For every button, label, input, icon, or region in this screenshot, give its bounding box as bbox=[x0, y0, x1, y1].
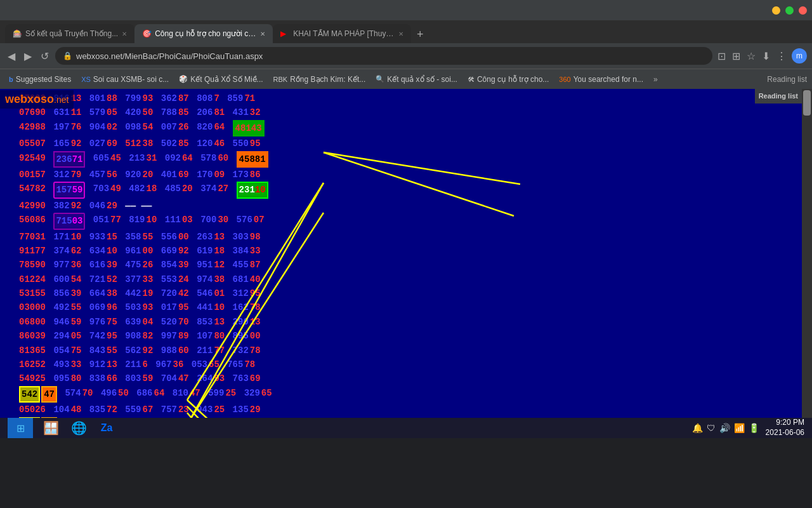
num: 87 bbox=[178, 91, 189, 105]
bookmark-star-icon[interactable]: ☆ bbox=[745, 49, 757, 64]
num: 46 bbox=[214, 137, 225, 150]
tab-2-close[interactable]: ✕ bbox=[260, 30, 265, 37]
back-button[interactable]: ◀ bbox=[5, 49, 18, 64]
num: 95 bbox=[178, 300, 189, 314]
num: 757 bbox=[161, 403, 177, 417]
zoom-icon[interactable]: ⊞ bbox=[731, 49, 742, 64]
lottery-row-15: 03000 492 55 069 96 503 93 017 95 441 10… bbox=[19, 300, 793, 314]
num: 10 bbox=[214, 300, 225, 314]
num: 10 bbox=[107, 244, 117, 258]
close-button[interactable] bbox=[799, 6, 807, 15]
num: 686 bbox=[136, 386, 152, 403]
tray-icon-shield[interactable]: 🛡 bbox=[707, 423, 716, 433]
num: 820 bbox=[197, 120, 213, 137]
num: 162 bbox=[233, 300, 249, 314]
num: 974 bbox=[197, 272, 213, 286]
highlighted-19685: 196 bbox=[19, 417, 40, 418]
lottery-row-3: 42988 197 76 904 02 098 54 007 26 820 64… bbox=[19, 120, 793, 137]
num: 69 bbox=[250, 371, 261, 385]
tab-3-close[interactable]: ✕ bbox=[398, 30, 403, 37]
lottery-row-17: 86039 294 05 742 95 908 82 997 89 107 80… bbox=[19, 329, 793, 343]
taskbar-icon-zalo[interactable]: Za bbox=[96, 418, 117, 438]
num: 64 bbox=[182, 151, 193, 168]
num: 556 bbox=[161, 230, 177, 244]
num: 13 bbox=[214, 315, 225, 329]
bookmark-xsmb[interactable]: XS Soi cau XSMB- soi c... bbox=[77, 74, 173, 85]
bookmark-kqxs2[interactable]: 🔍 Kết quả xổ số - soi... bbox=[372, 74, 461, 85]
bookmark-360[interactable]: 360 You searched for n... bbox=[555, 74, 647, 85]
num: 475 bbox=[125, 258, 141, 272]
lottery-row-20: 54925 095 80 838 66 803 59 704 47 264 93… bbox=[19, 371, 793, 385]
num: 54 bbox=[71, 272, 82, 286]
url-input-box[interactable]: 🔒 webxoso.net/MienBac/PhoiCau/PhoiCauTua… bbox=[55, 47, 712, 65]
forward-button[interactable]: ▶ bbox=[22, 49, 34, 64]
num: 23 bbox=[178, 403, 189, 417]
bookmarks-more-button[interactable]: » bbox=[650, 74, 662, 85]
tab-2[interactable]: 🎯 Công cụ hỗ trợ cho người chơi x ✕ bbox=[134, 24, 273, 43]
num: 54 bbox=[143, 120, 154, 137]
lottery-row-1: 27693 816 13 801 88 799 93 362 87 808 7 … bbox=[19, 91, 793, 105]
num: 562 bbox=[125, 344, 141, 358]
taskbar-icon-windows[interactable]: 🪟 bbox=[41, 418, 61, 438]
num: 76 bbox=[71, 120, 82, 137]
num: 78590 bbox=[19, 258, 46, 272]
num: 05026 bbox=[19, 403, 46, 417]
tray-icon-network[interactable]: 📶 bbox=[734, 423, 745, 433]
tray-icon-battery[interactable]: 🔋 bbox=[749, 423, 759, 433]
num: 70 bbox=[178, 315, 189, 329]
maximize-button[interactable] bbox=[785, 6, 794, 15]
num: 53 bbox=[261, 417, 272, 418]
scrollbar-thumb[interactable] bbox=[803, 90, 811, 116]
num: 578 bbox=[200, 151, 216, 168]
tab-1[interactable]: 🎰 Số kết quả Truyền Thống... ✕ bbox=[5, 24, 134, 43]
download-icon[interactable]: ⬇ bbox=[761, 49, 771, 64]
lottery-row-18: 81365 054 75 843 55 562 92 988 60 211 77… bbox=[19, 344, 793, 358]
num: 859 bbox=[227, 91, 243, 105]
num: 904 bbox=[89, 120, 105, 137]
num: 89 bbox=[178, 329, 189, 343]
bookmark-rbk[interactable]: RBK Rồng Bạch Kim: Kết... bbox=[270, 74, 370, 85]
num: 05507 bbox=[19, 137, 46, 150]
num: 264 bbox=[197, 371, 213, 385]
toolbar-icons: ⊡ ⊞ ☆ ⬇ ⋮ m bbox=[716, 48, 807, 64]
num: 092 bbox=[165, 151, 181, 168]
num: 838 bbox=[89, 371, 105, 385]
lottery-row-4: 05507 165 92 027 69 512 38 502 85 120 46… bbox=[19, 137, 793, 150]
bookmark-favicon-5: 🔍 bbox=[376, 75, 384, 83]
taskbar-icon-chrome[interactable]: 🌐 bbox=[69, 418, 89, 438]
tab-3[interactable]: ▶ KHAI TẦM MA PHÁP [Thuyết Mi... ✕ bbox=[273, 24, 411, 43]
reload-button[interactable]: ↺ bbox=[38, 49, 51, 64]
num: 32 bbox=[250, 105, 261, 119]
num: 26 bbox=[178, 120, 189, 137]
num: 742 bbox=[89, 329, 105, 343]
num: 6 bbox=[143, 358, 148, 371]
num: 42 bbox=[178, 286, 189, 300]
start-button[interactable]: ⊞ bbox=[8, 418, 33, 438]
screen-cast-icon[interactable]: ⊡ bbox=[716, 49, 727, 64]
num: 92549 bbox=[19, 151, 46, 168]
reading-list-button[interactable]: Reading list bbox=[767, 75, 807, 84]
bookmark-label-2: Soi cau XSMB- soi c... bbox=[93, 75, 169, 84]
num: 40 bbox=[250, 272, 261, 286]
bookmark-kqxs[interactable]: 🎲 Kết Quả Xổ Số Miề... bbox=[175, 74, 266, 85]
num: 763 bbox=[233, 371, 249, 385]
num: 93 bbox=[143, 300, 154, 314]
window-controls[interactable] bbox=[772, 6, 807, 15]
tab-1-close[interactable]: ✕ bbox=[122, 30, 127, 37]
num: 95 bbox=[250, 286, 261, 300]
num: 55 bbox=[143, 230, 154, 244]
num: 681 bbox=[233, 272, 249, 286]
new-tab-button[interactable]: + bbox=[411, 25, 429, 43]
profile-button[interactable]: m bbox=[792, 48, 807, 64]
num: 377 bbox=[125, 272, 141, 286]
bookmark-congcu[interactable]: 🛠 Công cụ hỗ trợ cho... bbox=[464, 74, 553, 85]
reading-list-label[interactable]: Reading list bbox=[755, 89, 802, 104]
minimize-button[interactable] bbox=[772, 6, 780, 15]
settings-icon[interactable]: ⋮ bbox=[775, 49, 788, 64]
tray-icon-1[interactable]: 🔔 bbox=[692, 423, 703, 433]
tray-icon-volume[interactable]: 🔊 bbox=[719, 423, 730, 433]
num: 85 bbox=[178, 105, 189, 119]
scrollbar[interactable] bbox=[802, 89, 812, 418]
lottery-row-2: 07690 631 11 579 05 420 50 788 85 206 81… bbox=[19, 105, 793, 119]
bookmark-suggested-sites[interactable]: b Suggested Sites bbox=[5, 74, 75, 85]
